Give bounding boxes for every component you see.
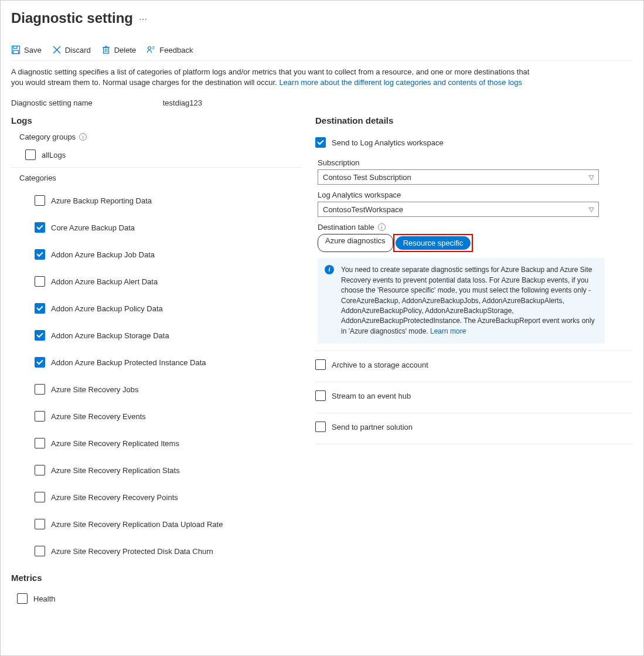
partner-checkbox[interactable] bbox=[315, 422, 326, 432]
page-title: Diagnostic setting bbox=[11, 10, 133, 26]
health-checkbox[interactable] bbox=[17, 593, 28, 604]
chevron-down-icon: ▽ bbox=[589, 174, 594, 181]
category-row: Azure Site Recovery Replication Data Upl… bbox=[35, 511, 301, 538]
destination-heading: Destination details bbox=[315, 115, 633, 125]
logs-heading: Logs bbox=[11, 115, 301, 125]
category-row: Addon Azure Backup Protected Instance Da… bbox=[35, 349, 301, 376]
svg-rect-1 bbox=[13, 46, 17, 49]
workspace-select[interactable]: ContosoTestWorkspace ▽ bbox=[318, 202, 599, 217]
category-row: Azure Site Recovery Replication Stats bbox=[35, 457, 301, 484]
category-label: Addon Azure Backup Protected Instance Da… bbox=[51, 358, 206, 367]
svg-point-10 bbox=[148, 47, 151, 50]
save-button[interactable]: Save bbox=[11, 45, 42, 55]
health-label: Health bbox=[33, 594, 56, 603]
category-row: Addon Azure Backup Policy Data bbox=[35, 295, 301, 322]
info-icon[interactable]: i bbox=[378, 223, 386, 231]
category-row: Azure Backup Reporting Data bbox=[35, 187, 301, 214]
category-checkbox[interactable] bbox=[35, 384, 45, 395]
category-label: Addon Azure Backup Job Data bbox=[51, 250, 155, 259]
delete-icon bbox=[101, 45, 111, 55]
category-label: Azure Site Recovery Replication Stats bbox=[51, 466, 180, 475]
discard-icon bbox=[52, 45, 62, 55]
category-label: Addon Azure Backup Policy Data bbox=[51, 304, 163, 313]
workspace-label: Log Analytics workspace bbox=[318, 191, 633, 199]
category-checkbox[interactable] bbox=[35, 195, 45, 206]
stream-checkbox[interactable] bbox=[315, 390, 326, 401]
archive-checkbox[interactable] bbox=[315, 359, 326, 370]
archive-label: Archive to a storage account bbox=[332, 361, 428, 369]
category-label: Azure Site Recovery Protected Disk Data … bbox=[51, 547, 213, 556]
categories-label: Categories bbox=[19, 174, 56, 182]
category-label: Azure Site Recovery Jobs bbox=[51, 385, 139, 394]
workspace-value: ContosoTestWorkspace bbox=[323, 205, 403, 214]
category-checkbox[interactable] bbox=[35, 465, 45, 475]
send-la-checkbox[interactable] bbox=[315, 137, 326, 148]
feedback-label: Feedback bbox=[159, 46, 193, 55]
discard-button[interactable]: Discard bbox=[52, 45, 91, 55]
metrics-heading: Metrics bbox=[11, 573, 301, 583]
delete-button[interactable]: Delete bbox=[101, 45, 137, 55]
azure-diagnostics-toggle[interactable]: Azure diagnostics bbox=[318, 234, 393, 252]
category-row: Addon Azure Backup Job Data bbox=[35, 241, 301, 268]
send-la-label: Send to Log Analytics workspace bbox=[332, 138, 444, 147]
category-checkbox[interactable] bbox=[35, 546, 45, 556]
category-label: Addon Azure Backup Storage Data bbox=[51, 331, 169, 340]
all-logs-checkbox[interactable] bbox=[25, 149, 36, 160]
chevron-down-icon: ▽ bbox=[589, 206, 594, 213]
category-checkbox[interactable] bbox=[35, 276, 45, 287]
category-row: Core Azure Backup Data bbox=[35, 214, 301, 241]
category-checkbox[interactable] bbox=[35, 438, 45, 448]
category-row: Addon Azure Backup Storage Data bbox=[35, 322, 301, 349]
category-groups-label: Category groups bbox=[19, 132, 76, 141]
category-row: Azure Site Recovery Events bbox=[35, 403, 301, 430]
info-box: i You need to create separate diagnostic… bbox=[318, 258, 605, 344]
save-icon bbox=[11, 45, 21, 55]
category-row: Azure Site Recovery Protected Disk Data … bbox=[35, 538, 301, 565]
svg-rect-5 bbox=[103, 47, 108, 53]
feedback-button[interactable]: Feedback bbox=[146, 45, 193, 55]
category-label: Azure Site Recovery Events bbox=[51, 412, 146, 421]
category-checkbox[interactable] bbox=[35, 222, 45, 233]
save-label: Save bbox=[24, 46, 42, 55]
category-row: Azure Site Recovery Recovery Points bbox=[35, 484, 301, 511]
category-checkbox[interactable] bbox=[35, 330, 45, 341]
setting-name-value[interactable]: testdiag123 bbox=[163, 98, 202, 107]
category-checkbox[interactable] bbox=[35, 411, 45, 422]
subscription-label: Subscription bbox=[318, 158, 633, 167]
category-checkbox[interactable] bbox=[35, 519, 45, 529]
partner-label: Send to partner solution bbox=[332, 423, 413, 431]
category-checkbox[interactable] bbox=[35, 492, 45, 502]
learn-more-link[interactable]: Learn more about the different log categ… bbox=[279, 78, 522, 87]
category-label: Core Azure Backup Data bbox=[51, 223, 135, 232]
delete-label: Delete bbox=[114, 46, 137, 55]
info-icon[interactable]: i bbox=[79, 133, 87, 141]
category-label: Azure Backup Reporting Data bbox=[51, 196, 152, 205]
category-label: Azure Site Recovery Recovery Points bbox=[51, 493, 178, 502]
category-row: Azure Site Recovery Jobs bbox=[35, 376, 301, 403]
category-checkbox[interactable] bbox=[35, 303, 45, 314]
category-checkbox[interactable] bbox=[35, 249, 45, 260]
category-label: Azure Site Recovery Replicated Items bbox=[51, 439, 179, 448]
subscription-value: Contoso Test Subscription bbox=[323, 173, 411, 182]
svg-rect-2 bbox=[13, 50, 19, 54]
category-checkbox[interactable] bbox=[35, 357, 45, 368]
description-text: A diagnostic setting specifies a list of… bbox=[11, 67, 539, 88]
category-row: Addon Azure Backup Alert Data bbox=[35, 268, 301, 295]
feedback-icon bbox=[146, 45, 156, 55]
dest-table-label: Destination table bbox=[318, 223, 374, 232]
all-logs-label: allLogs bbox=[42, 151, 66, 159]
subscription-select[interactable]: Contoso Test Subscription ▽ bbox=[318, 169, 599, 185]
resource-specific-toggle[interactable]: Resource specific bbox=[396, 236, 471, 250]
more-menu-icon[interactable]: ⋯ bbox=[139, 15, 147, 24]
category-label: Azure Site Recovery Replication Data Upl… bbox=[51, 520, 223, 529]
info-learn-more-link[interactable]: Learn more bbox=[430, 327, 466, 335]
stream-label: Stream to an event hub bbox=[332, 392, 411, 400]
discard-label: Discard bbox=[65, 46, 91, 55]
highlight-box: Resource specific bbox=[393, 234, 473, 252]
toolbar: Save Discard Delete Feedback bbox=[11, 45, 633, 61]
setting-name-label: Diagnostic setting name bbox=[11, 98, 93, 107]
category-row: Azure Site Recovery Replicated Items bbox=[35, 430, 301, 457]
info-icon: i bbox=[325, 265, 334, 274]
category-label: Addon Azure Backup Alert Data bbox=[51, 277, 158, 286]
